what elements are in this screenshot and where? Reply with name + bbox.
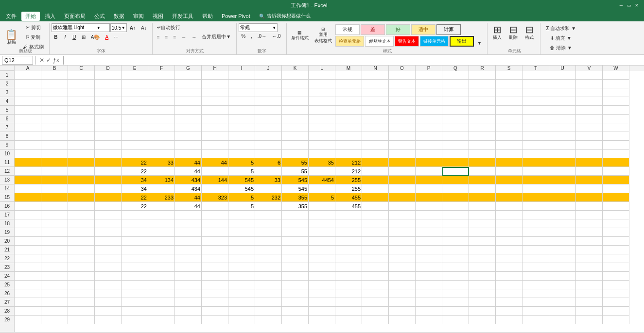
cell-E2[interactable] (122, 80, 148, 88)
cell-N23[interactable] (362, 263, 389, 272)
cell-I18[interactable] (228, 219, 255, 228)
cell-N2[interactable] (362, 80, 389, 88)
cell-F5[interactable] (148, 106, 175, 115)
cell-G11[interactable]: 44 (175, 158, 202, 167)
menu-view[interactable]: 视图 (149, 12, 167, 21)
cell-O26[interactable] (389, 289, 416, 298)
cell-Q13[interactable] (442, 176, 469, 184)
cell-M28[interactable] (335, 307, 362, 316)
cell-N17[interactable] (362, 211, 389, 219)
cell-E5[interactable] (122, 106, 148, 115)
cell-T14[interactable] (522, 184, 549, 193)
cell-B5[interactable] (41, 106, 68, 115)
cell-J19[interactable] (255, 228, 282, 237)
cell-I9[interactable] (228, 141, 255, 150)
cell-H15[interactable]: 323 (202, 193, 228, 202)
cell-T24[interactable] (522, 272, 549, 281)
cell-J4[interactable] (255, 97, 282, 106)
cell-O15[interactable] (389, 193, 416, 202)
cell-P22[interactable] (416, 254, 442, 263)
cell-A13[interactable] (15, 176, 41, 184)
col-header-r[interactable]: R (469, 66, 496, 71)
cell-A1[interactable] (15, 71, 41, 80)
cell-L24[interactable] (309, 272, 335, 281)
cell-E7[interactable] (122, 123, 148, 132)
cell-K1[interactable] (282, 71, 309, 80)
cell-V14[interactable] (576, 184, 603, 193)
cell-F12[interactable] (148, 167, 175, 176)
cell-J24[interactable] (255, 272, 282, 281)
cell-U23[interactable] (549, 263, 576, 272)
cell-W28[interactable] (603, 307, 629, 316)
cell-M5[interactable] (335, 106, 362, 115)
cell-B6[interactable] (41, 115, 68, 123)
cell-P28[interactable] (416, 307, 442, 316)
cell-F28[interactable] (148, 307, 175, 316)
cell-P23[interactable] (416, 263, 442, 272)
cell-A21[interactable] (15, 246, 41, 254)
cell-R26[interactable] (469, 289, 496, 298)
cell-P18[interactable] (416, 219, 442, 228)
cell-V24[interactable] (576, 272, 603, 281)
cell-R24[interactable] (469, 272, 496, 281)
row-num-21[interactable]: 21 (0, 246, 14, 254)
cell-N20[interactable] (362, 237, 389, 246)
cell-O19[interactable] (389, 228, 416, 237)
cell-W4[interactable] (603, 97, 629, 106)
cell-K10[interactable] (282, 150, 309, 158)
cell-Q25[interactable] (442, 281, 469, 289)
cell-M18[interactable] (335, 219, 362, 228)
cell-K21[interactable] (282, 246, 309, 254)
cell-I12[interactable]: 5 (228, 167, 255, 176)
cell-V9[interactable] (576, 141, 603, 150)
cell-S28[interactable] (496, 307, 522, 316)
cell-K13[interactable]: 545 (282, 176, 309, 184)
cell-G27[interactable] (175, 298, 202, 307)
cell-S19[interactable] (496, 228, 522, 237)
cell-A5[interactable] (15, 106, 41, 115)
cell-J1[interactable] (255, 71, 282, 80)
cell-B23[interactable] (41, 263, 68, 272)
border-button[interactable]: ⊞ (79, 33, 88, 41)
indent-decrease-button[interactable]: ← (179, 33, 189, 41)
cell-A16[interactable] (15, 202, 41, 211)
cell-G29[interactable] (175, 316, 202, 324)
cell-C12[interactable] (68, 167, 95, 176)
cell-H12[interactable] (202, 167, 228, 176)
cell-V10[interactable] (576, 150, 603, 158)
row-num-20[interactable]: 20 (0, 237, 14, 246)
cell-V6[interactable] (576, 115, 603, 123)
cell-U22[interactable] (549, 254, 576, 263)
cell-C13[interactable] (68, 176, 95, 184)
cell-M9[interactable] (335, 141, 362, 150)
cell-A9[interactable] (15, 141, 41, 150)
cell-H11[interactable]: 44 (202, 158, 228, 167)
cell-I27[interactable] (228, 298, 255, 307)
paste-button[interactable]: 📋 粘贴 (3, 28, 20, 47)
cell-D3[interactable] (95, 88, 122, 97)
cell-K8[interactable] (282, 132, 309, 141)
italic-button[interactable]: I (61, 33, 70, 41)
minimize-button[interactable]: ─ (618, 2, 625, 9)
cell-L15[interactable]: 5 (309, 193, 335, 202)
cell-F2[interactable] (148, 80, 175, 88)
cell-O4[interactable] (389, 97, 416, 106)
cell-D20[interactable] (95, 237, 122, 246)
cell-U9[interactable] (549, 141, 576, 150)
cell-M7[interactable] (335, 123, 362, 132)
cell-R23[interactable] (469, 263, 496, 272)
row-num-28[interactable]: 28 (0, 307, 14, 316)
cell-J3[interactable] (255, 88, 282, 97)
cell-M27[interactable] (335, 298, 362, 307)
cell-T8[interactable] (522, 132, 549, 141)
formula-input[interactable] (66, 56, 642, 65)
cell-H28[interactable] (202, 307, 228, 316)
cell-D10[interactable] (95, 150, 122, 158)
cell-D4[interactable] (95, 97, 122, 106)
cell-R17[interactable] (469, 211, 496, 219)
row-num-13[interactable]: 13 (0, 176, 14, 184)
conditional-format-button[interactable]: ▦ 条件格式 (289, 29, 311, 43)
menu-power-pivot[interactable]: Power Pivot (218, 12, 254, 20)
col-header-h[interactable]: H (202, 66, 228, 71)
cell-I16[interactable]: 5 (228, 202, 255, 211)
